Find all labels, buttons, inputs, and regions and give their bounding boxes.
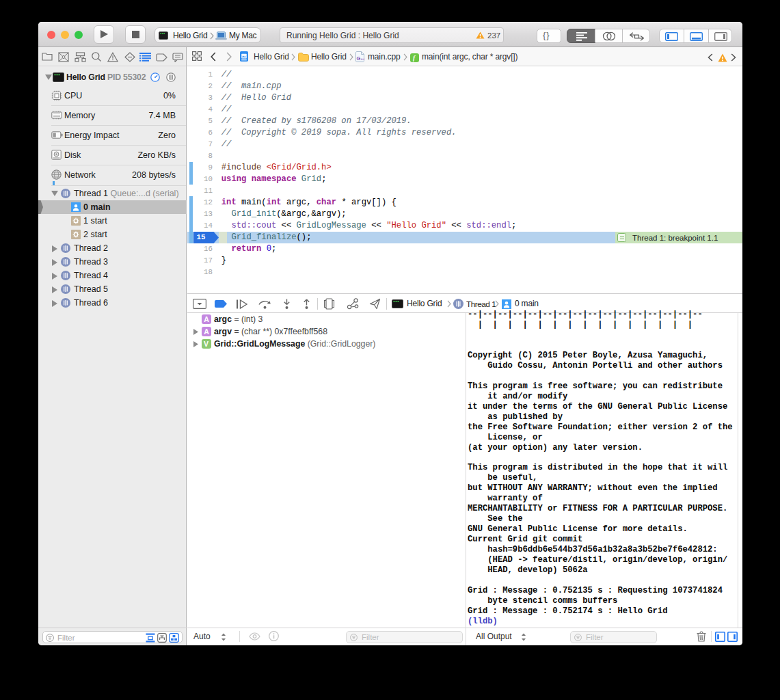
svg-text:++: ++	[360, 57, 364, 61]
